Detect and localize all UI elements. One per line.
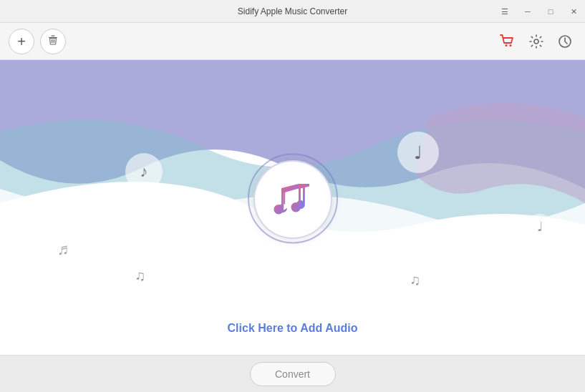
history-button[interactable]	[553, 30, 576, 53]
bottom-bar: Convert	[0, 355, 585, 392]
music-note-3: ♩	[527, 214, 553, 240]
music-note-1: ♪	[125, 153, 163, 190]
add-audio-text[interactable]: Click Here to Add Audio	[0, 322, 585, 335]
trash-icon	[47, 34, 59, 49]
toolbar: +	[0, 23, 585, 60]
svg-rect-1	[52, 35, 55, 36]
convert-button[interactable]: Convert	[250, 362, 336, 386]
window-controls: ☰ ─ □ ✕	[493, 0, 585, 23]
plus-icon: +	[17, 34, 26, 49]
svg-point-7	[534, 39, 538, 44]
title-bar: Sidify Apple Music Converter ☰ ─ □ ✕	[0, 0, 585, 23]
main-content[interactable]: ♪ ♩ ♩ ♬ ♫ ♫	[0, 60, 585, 355]
maximize-button[interactable]: □	[539, 0, 562, 23]
svg-point-6	[510, 44, 512, 46]
note-icon-1: ♪	[140, 162, 148, 181]
svg-point-5	[506, 44, 508, 46]
music-note-6: ♫	[400, 264, 431, 295]
apple-music-svg	[271, 178, 314, 221]
minimize-button[interactable]: ─	[516, 0, 539, 23]
note-icon-2: ♩	[414, 142, 422, 163]
delete-button[interactable]	[40, 29, 66, 54]
add-button[interactable]: +	[9, 29, 34, 54]
app-title: Sidify Apple Music Converter	[238, 6, 347, 16]
music-note-4: ♬	[49, 235, 77, 264]
note-icon-6: ♫	[410, 272, 421, 288]
note-icon-3: ♩	[537, 219, 543, 235]
music-note-5: ♫	[125, 260, 155, 290]
settings-button[interactable]	[525, 30, 548, 53]
center-music-icon[interactable]	[253, 160, 332, 239]
toolbar-right-icons	[496, 30, 576, 53]
note-icon-4: ♬	[57, 240, 69, 259]
note-icon-5: ♫	[135, 268, 146, 284]
menu-button[interactable]: ☰	[493, 0, 516, 23]
cart-button[interactable]	[496, 30, 519, 53]
music-note-2: ♩	[397, 132, 439, 173]
close-button[interactable]: ✕	[562, 0, 585, 23]
